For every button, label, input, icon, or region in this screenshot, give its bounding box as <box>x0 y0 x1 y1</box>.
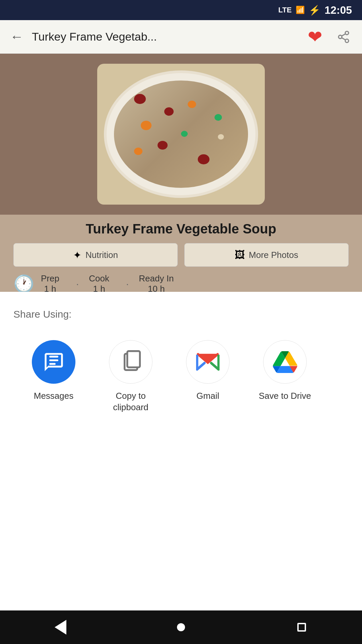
svg-rect-5 <box>49 359 58 361</box>
recipe-title: Turkey Frame Vegetable Soup <box>86 221 276 236</box>
recipe-image <box>0 54 362 215</box>
prep-time: Prep 1 h <box>41 273 59 292</box>
svg-rect-6 <box>49 363 55 365</box>
drive-icon-circle <box>263 340 307 384</box>
more-photos-label: More Photos <box>249 250 298 260</box>
messages-icon-circle <box>32 340 75 384</box>
lte-indicator: LTE <box>278 6 292 14</box>
recipe-action-buttons: ✦ Nutrition 🖼 More Photos <box>0 243 362 267</box>
battery-icon: ⚡ <box>309 5 320 16</box>
recipe-content-area: Turkey Frame Vegetable Soup ✦ Nutrition … <box>0 54 362 292</box>
nutrition-button[interactable]: ✦ Nutrition <box>13 243 178 267</box>
share-options-list: Messages Copy to clipboard <box>13 340 349 413</box>
time-separator-2: · <box>126 278 129 289</box>
nav-home-icon <box>177 623 185 631</box>
photos-icon: 🖼 <box>235 249 245 261</box>
svg-point-1 <box>339 35 342 39</box>
nav-back-icon <box>55 620 66 635</box>
svg-rect-9 <box>127 351 140 367</box>
page-title: Turkey Frame Vegetab... <box>32 30 298 43</box>
share-button[interactable] <box>332 25 355 49</box>
cook-time: Cook 1 h <box>89 273 109 292</box>
clipboard-icon <box>120 350 142 374</box>
share-sheet-title: Share Using: <box>13 309 349 320</box>
nav-recent-icon <box>297 623 306 632</box>
signal-icon: 📶 <box>296 6 305 14</box>
more-photos-button[interactable]: 🖼 More Photos <box>184 243 349 267</box>
status-time: 12:05 <box>324 4 352 16</box>
share-icon <box>337 30 350 44</box>
ready-time: Ready In 10 h <box>139 273 174 292</box>
gmail-icon-circle <box>186 340 230 384</box>
svg-point-2 <box>345 39 349 42</box>
share-drive-option[interactable]: Save to Drive <box>251 340 318 413</box>
gmail-icon <box>196 353 220 371</box>
messages-label: Messages <box>34 390 74 402</box>
share-clipboard-option[interactable]: Copy to clipboard <box>97 340 164 413</box>
nav-back-button[interactable] <box>47 614 74 641</box>
drive-label: Save to Drive <box>259 390 311 402</box>
clipboard-icon-circle <box>109 340 153 384</box>
nutrition-icon: ✦ <box>73 249 81 261</box>
clipboard-label: Copy to clipboard <box>97 390 164 413</box>
favorite-button[interactable]: ❤ <box>303 25 327 49</box>
clock-icon: 🕐 <box>13 274 34 292</box>
svg-rect-7 <box>49 356 58 357</box>
nutrition-label: Nutrition <box>85 250 118 260</box>
time-separator-1: · <box>76 278 79 289</box>
share-messages-option[interactable]: Messages <box>20 340 87 413</box>
svg-point-0 <box>345 31 349 35</box>
app-header: ← Turkey Frame Vegetab... ❤ <box>0 20 362 54</box>
food-photo <box>97 64 265 205</box>
nav-home-button[interactable] <box>168 614 194 641</box>
share-gmail-option[interactable]: Gmail <box>174 340 241 413</box>
recipe-title-bar: Turkey Frame Vegetable Soup <box>0 215 362 243</box>
svg-line-3 <box>342 38 345 40</box>
messages-icon <box>43 351 65 373</box>
drive-icon <box>273 351 298 373</box>
back-arrow-icon: ← <box>10 29 23 44</box>
heart-icon: ❤ <box>308 27 322 47</box>
status-bar: LTE 📶 ⚡ 12:05 <box>0 0 362 20</box>
gmail-label: Gmail <box>196 390 219 402</box>
recipe-times: 🕐 Prep 1 h · Cook 1 h · Ready In 10 h <box>0 273 362 292</box>
svg-line-4 <box>342 34 345 36</box>
navigation-bar <box>0 610 362 644</box>
share-sheet: Share Using: Messages <box>0 292 362 443</box>
nav-recent-button[interactable] <box>288 614 315 641</box>
back-button[interactable]: ← <box>7 27 27 47</box>
